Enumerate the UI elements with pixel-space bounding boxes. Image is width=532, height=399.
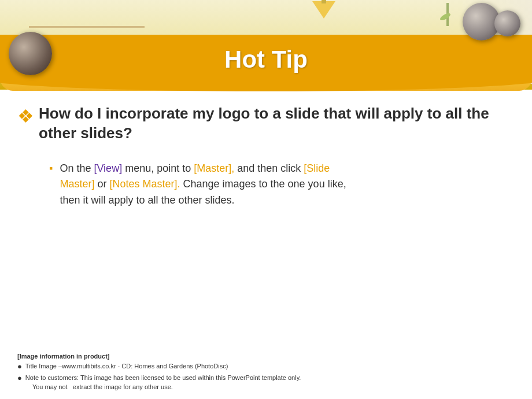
footer-bullet-2: ● — [17, 374, 22, 383]
lamp-decoration — [312, 1, 335, 19]
slide-title: Hot Tip — [0, 36, 532, 83]
footer-item-text-2: Note to customers: This image has been l… — [25, 374, 301, 391]
answer-bullet: ▪ — [49, 162, 53, 175]
slide: Hot Tip ❖ How do I incorporate my logo t… — [0, 0, 532, 399]
footer: [Image information in product] ● Title I… — [17, 353, 515, 393]
table-decoration — [29, 26, 145, 28]
plant-decoration — [444, 3, 451, 19]
content-area: ❖ How do I incorporate my logo to a slid… — [0, 90, 532, 341]
question-heading: ❖ How do I incorporate my logo to a slid… — [17, 104, 503, 143]
footer-item-2: ● Note to customers: This image has been… — [17, 374, 515, 391]
answer-section: ▪ On the [View] menu, point to [Master],… — [17, 161, 503, 209]
notes-master-highlight: [Notes Master]. — [109, 178, 180, 190]
footer-bullet-1: ● — [17, 362, 22, 372]
footer-item-text-1: Title Image –www.multibits.co.kr - CD: H… — [25, 362, 228, 371]
footer-item-1: ● Title Image –www.multibits.co.kr - CD:… — [17, 362, 515, 372]
sphere-left-decoration — [9, 32, 52, 75]
answer-item: ▪ On the [View] menu, point to [Master],… — [49, 161, 503, 209]
view-highlight: [View] — [94, 162, 122, 174]
sphere-right-small-decoration — [494, 10, 520, 36]
master-highlight: [Master], — [194, 162, 234, 174]
question-bullet: ❖ — [17, 105, 34, 127]
question-text: How do I incorporate my logo to a slide … — [39, 104, 503, 143]
footer-title: [Image information in product] — [17, 353, 515, 360]
answer-text: On the [View] menu, point to [Master], a… — [60, 161, 346, 209]
